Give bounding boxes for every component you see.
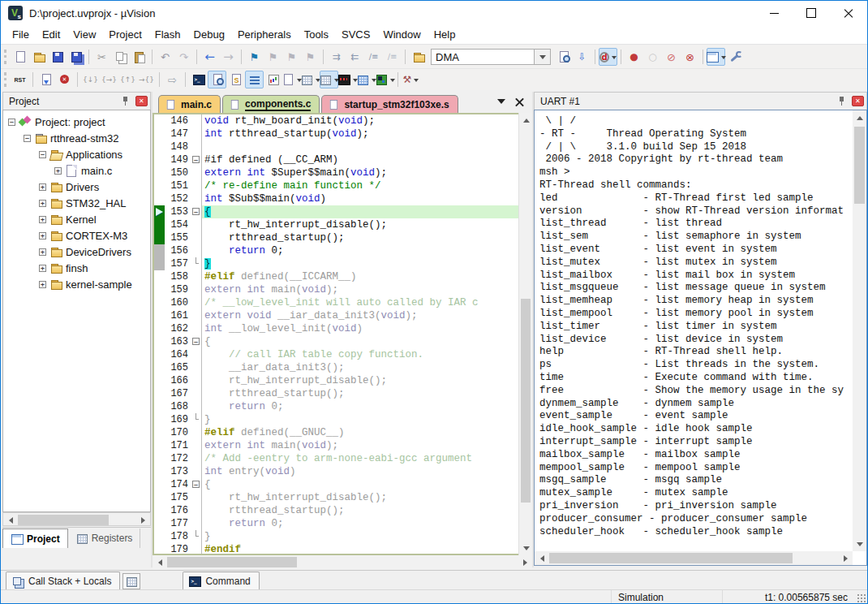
fold-margin[interactable]: − — [191, 478, 202, 491]
unindent-button[interactable]: ⇇ — [346, 48, 364, 66]
breakpoint-margin[interactable] — [154, 166, 165, 179]
menu-peripherals[interactable]: Peripherals — [231, 26, 298, 43]
menu-tools[interactable]: Tools — [298, 26, 335, 43]
fold-margin[interactable] — [191, 166, 202, 179]
fold-margin[interactable] — [191, 283, 202, 296]
save-all-button[interactable] — [67, 48, 85, 66]
collapse-icon[interactable]: − — [24, 135, 31, 142]
fold-margin[interactable] — [191, 322, 202, 335]
breakpoint-margin[interactable] — [154, 374, 165, 387]
expand-icon[interactable]: + — [54, 167, 62, 175]
breakpoint-margin[interactable] — [154, 517, 165, 530]
watch-windows-button[interactable] — [320, 71, 338, 88]
run-button[interactable] — [37, 71, 55, 88]
fold-margin[interactable] — [191, 114, 202, 127]
pin-icon[interactable] — [836, 95, 849, 108]
new-file-button[interactable] — [11, 48, 29, 66]
stop-button[interactable] — [55, 71, 74, 88]
tree-item-devicedrivers[interactable]: +DeviceDrivers — [3, 244, 150, 260]
breakpoint-margin[interactable] — [154, 244, 165, 257]
search-input[interactable]: DMA — [431, 49, 535, 65]
breakpoint-margin[interactable] — [154, 413, 165, 426]
expand-icon[interactable]: + — [39, 265, 46, 272]
highlight-word-button[interactable]: d — [599, 48, 617, 66]
analysis-windows-button[interactable] — [264, 71, 282, 88]
reset-button[interactable]: RST — [11, 71, 29, 88]
find-in-files-button[interactable] — [409, 48, 428, 66]
memory-window-button[interactable] — [122, 573, 140, 589]
document-tab-startup-stm32f103xe-s[interactable]: startup_stm32f103xe.s — [321, 95, 458, 113]
fold-margin[interactable] — [191, 309, 202, 322]
project-close-button[interactable] — [135, 96, 148, 106]
step-over-button[interactable]: {→} — [100, 71, 118, 88]
fold-margin[interactable] — [191, 465, 202, 478]
enable-disable-breakpoint-button[interactable]: ○ — [643, 48, 662, 66]
panel-tab-registers[interactable]: Registers — [68, 528, 141, 548]
disassembly-window-button[interactable] — [208, 71, 226, 88]
breakpoint-margin[interactable] — [154, 140, 165, 153]
menu-project[interactable]: Project — [102, 26, 148, 43]
insert-remove-breakpoint-button[interactable]: ● — [625, 48, 643, 66]
combo-dropdown-button[interactable] — [535, 49, 551, 65]
fold-margin[interactable] — [191, 270, 202, 283]
breakpoint-margin[interactable] — [154, 153, 165, 166]
command-window-button[interactable] — [189, 71, 208, 88]
breakpoint-margin[interactable] — [154, 400, 165, 413]
show-next-statement-button[interactable]: ⇨ — [163, 71, 182, 88]
breakpoint-margin[interactable] — [154, 426, 165, 439]
fold-margin[interactable] — [191, 127, 202, 140]
fold-margin[interactable] — [191, 140, 202, 153]
fold-collapse-icon[interactable]: − — [192, 156, 200, 163]
breakpoint-margin[interactable] — [154, 218, 165, 231]
menu-svcs[interactable]: SVCS — [335, 26, 376, 43]
tab-list-dropdown-icon[interactable] — [497, 99, 505, 108]
incremental-find-button[interactable]: ⇩ — [573, 48, 591, 66]
search-combobox[interactable]: DMA — [431, 49, 551, 65]
menu-edit[interactable]: Edit — [36, 26, 67, 43]
tree-item-cortex-m3[interactable]: +CORTEX-M3 — [3, 227, 150, 244]
fold-margin[interactable] — [191, 504, 202, 517]
fold-margin[interactable] — [191, 426, 202, 439]
breakpoint-margin[interactable] — [154, 270, 165, 283]
breakpoint-margin[interactable] — [154, 179, 165, 192]
breakpoint-margin[interactable] — [154, 205, 165, 218]
document-tab-components-c[interactable]: components.c — [222, 95, 320, 113]
tree-item-rtthread-stm32[interactable]: −rtthread-stm32 — [3, 130, 150, 146]
collapse-icon[interactable]: − — [8, 119, 15, 126]
uart-hscrollbar[interactable] — [535, 551, 853, 565]
breakpoint-margin[interactable] — [154, 465, 165, 478]
fold-margin[interactable] — [191, 517, 202, 530]
memory-windows-button[interactable] — [301, 71, 320, 88]
fold-collapse-icon[interactable]: − — [192, 338, 200, 345]
fold-margin[interactable] — [191, 244, 202, 257]
tree-item-project-project[interactable]: −Project: project — [3, 114, 150, 130]
expand-icon[interactable]: + — [39, 232, 46, 239]
breakpoint-margin[interactable] — [154, 439, 165, 452]
breakpoint-margin[interactable] — [154, 335, 165, 348]
breakpoint-margin[interactable] — [154, 309, 165, 322]
resize-grip[interactable] — [857, 594, 866, 602]
fold-collapse-icon[interactable]: − — [192, 208, 200, 215]
breakpoint-margin[interactable] — [154, 361, 165, 374]
tree-item-kernel[interactable]: +Kernel — [3, 211, 150, 227]
close-button[interactable] — [830, 1, 867, 25]
breakpoint-margin[interactable] — [154, 348, 165, 361]
pin-icon[interactable] — [119, 95, 132, 108]
logic-analyzer-button[interactable] — [338, 71, 357, 88]
symbol-window-button[interactable] — [226, 71, 245, 88]
menu-help[interactable]: Help — [428, 26, 462, 43]
undo-button[interactable]: ↶ — [156, 48, 174, 66]
breakpoint-margin[interactable] — [154, 478, 165, 491]
menu-debug[interactable]: Debug — [187, 26, 231, 43]
cut-button[interactable]: ✂ — [92, 48, 111, 66]
bookmark-next-button[interactable]: ⚑ — [282, 48, 301, 66]
expand-icon[interactable]: + — [39, 216, 46, 223]
fold-margin[interactable] — [191, 348, 202, 361]
breakpoint-margin[interactable] — [154, 452, 165, 465]
uart-close-button[interactable] — [852, 96, 864, 106]
fold-margin[interactable] — [191, 231, 202, 244]
breakpoint-margin[interactable] — [154, 322, 165, 335]
fold-margin[interactable] — [191, 257, 202, 270]
navigate-forward-button[interactable]: → — [219, 48, 238, 66]
fold-margin[interactable] — [191, 530, 202, 543]
